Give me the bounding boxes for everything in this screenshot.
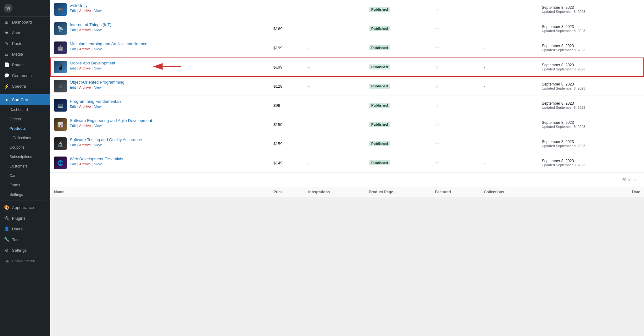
sidebar-item-customers[interactable]: Customers	[0, 162, 50, 171]
view-link[interactable]: View	[94, 124, 102, 128]
astra-icon: ★	[4, 30, 9, 36]
product-page-cell: Published	[365, 77, 431, 96]
sidebar-item-cart[interactable]: Cart	[0, 171, 50, 180]
archive-link[interactable]: Archive	[79, 9, 91, 13]
edit-link[interactable]: Edit	[70, 105, 76, 108]
star-icon[interactable]: ☆	[435, 160, 439, 166]
sidebar-item-subscriptions[interactable]: Subscriptions	[0, 152, 50, 162]
sidebar-item-collapse[interactable]: ◀ Collapse menu	[0, 256, 50, 266]
edit-link[interactable]: Edit	[70, 85, 76, 89]
product-cell: 🌐Web Development EssentialsEdit|Archive|…	[54, 157, 266, 169]
product-name-link[interactable]: Object-Oriented Programming	[70, 80, 124, 85]
view-link[interactable]: View	[94, 143, 102, 147]
edit-link[interactable]: Edit	[70, 47, 76, 51]
archive-link[interactable]: Archive	[79, 105, 91, 108]
sidebar-item-collections[interactable]: Collections	[0, 133, 50, 143]
product-name-link[interactable]: Software Engineering and Agile Developme…	[70, 118, 152, 123]
view-link[interactable]: View	[94, 162, 102, 166]
view-link[interactable]: View	[94, 9, 102, 13]
star-icon[interactable]: ☆	[435, 7, 439, 12]
product-name-link[interactable]: Mobile App Development	[70, 61, 115, 65]
product-page-cell: Published	[365, 38, 431, 58]
sidebar-item-products[interactable]: Products	[0, 124, 50, 133]
edit-link[interactable]: Edit	[70, 28, 76, 32]
plugins-icon: 🔌	[4, 215, 9, 221]
archive-link[interactable]: Archive	[79, 143, 91, 147]
table-row: ⚙Object-Oriented ProgrammingEdit|Archive…	[50, 77, 644, 96]
product-name-link[interactable]: Software Testing and Quality Assurance	[70, 137, 142, 142]
featured-cell[interactable]: ☆	[431, 77, 480, 96]
archive-link[interactable]: Archive	[79, 162, 91, 166]
archive-link[interactable]: Archive	[79, 124, 91, 128]
status-badge: Published	[369, 45, 391, 50]
status-badge: Published	[369, 122, 391, 127]
sidebar-item-coupons[interactable]: Coupons	[0, 143, 50, 152]
star-icon[interactable]: ☆	[435, 141, 439, 146]
edit-link[interactable]: Edit	[70, 162, 76, 166]
product-thumbnail: 📡	[54, 22, 67, 35]
posts-icon: ✎	[4, 41, 9, 46]
edit-link[interactable]: Edit	[70, 124, 76, 128]
sidebar-item-forms[interactable]: Forms	[0, 180, 50, 190]
featured-cell[interactable]: ☆	[431, 0, 480, 19]
surecart-icon: ●	[4, 97, 9, 102]
star-icon[interactable]: ☆	[435, 45, 439, 51]
archive-link[interactable]: Archive	[79, 66, 91, 70]
star-icon[interactable]: ☆	[435, 84, 439, 89]
sidebar-item-sc-dashboard[interactable]: Dashboard	[0, 105, 50, 114]
product-name-link[interactable]: Programming Fundamentals	[70, 99, 121, 104]
view-link[interactable]: View	[94, 85, 102, 89]
collections-cell: -	[480, 58, 538, 77]
star-icon[interactable]: ☆	[435, 26, 439, 31]
sidebar-item-settings-sc[interactable]: Settings	[0, 190, 50, 199]
product-name-link[interactable]: Machine Learning and Artificial Intellig…	[70, 41, 147, 46]
featured-cell[interactable]: ☆	[431, 115, 480, 134]
featured-cell[interactable]: ☆	[431, 19, 480, 38]
star-icon[interactable]: ☆	[435, 122, 439, 127]
integrations-cell: -	[304, 19, 365, 38]
price-cell: $159	[269, 115, 304, 134]
separator: |	[92, 66, 93, 70]
sidebar-item-comments[interactable]: 💬 Comments	[0, 70, 50, 81]
featured-cell[interactable]: ☆	[431, 96, 480, 115]
sidebar-item-spectra[interactable]: ⚡ Spectra	[0, 81, 50, 91]
sidebar-item-plugins[interactable]: 🔌 Plugins	[0, 213, 50, 223]
view-link[interactable]: View	[94, 66, 102, 70]
sidebar-item-dashboard[interactable]: ⊞ Dashboard	[0, 17, 50, 27]
product-name-link[interactable]: with Unity	[70, 3, 102, 8]
archive-link[interactable]: Archive	[79, 28, 91, 32]
sidebar-item-astra[interactable]: ★ Astra	[0, 27, 50, 38]
view-link[interactable]: View	[94, 28, 102, 32]
star-icon[interactable]: ☆	[435, 64, 439, 70]
product-name-link[interactable]: Internet of Things (IoT)	[70, 22, 111, 27]
featured-cell[interactable]: ☆	[431, 38, 480, 58]
edit-link[interactable]: Edit	[70, 66, 76, 70]
sidebar-item-settings-wp[interactable]: ⚙ Settings	[0, 245, 50, 256]
collections-cell: -	[480, 19, 538, 38]
price-cell: $99	[269, 96, 304, 115]
archive-link[interactable]: Archive	[79, 85, 91, 89]
view-link[interactable]: View	[94, 105, 102, 108]
edit-link[interactable]: Edit	[70, 143, 76, 147]
tools-icon: 🔧	[4, 237, 9, 242]
sidebar: W ⊞ Dashboard ★ Astra ✎ Posts ⊟ Media 📄 …	[0, 0, 50, 336]
archive-link[interactable]: Archive	[79, 47, 91, 51]
wp-logo: W	[0, 0, 50, 17]
product-thumbnail: ⚙	[54, 80, 67, 92]
sidebar-item-orders[interactable]: Orders	[0, 114, 50, 124]
price-cell: $199	[269, 58, 304, 77]
edit-link[interactable]: Edit	[70, 9, 76, 13]
sidebar-item-pages[interactable]: 📄 Pages	[0, 59, 50, 70]
sidebar-item-surecart[interactable]: ● SureCart	[0, 94, 50, 105]
view-link[interactable]: View	[94, 47, 102, 51]
featured-cell[interactable]: ☆	[431, 58, 480, 77]
sidebar-item-users[interactable]: 👤 Users	[0, 223, 50, 234]
sidebar-item-media[interactable]: ⊟ Media	[0, 49, 50, 59]
sidebar-item-appearance[interactable]: 🎨 Appearance	[0, 202, 50, 213]
product-name-link[interactable]: Web Development Essentials	[70, 157, 123, 161]
featured-cell[interactable]: ☆	[431, 153, 480, 173]
sidebar-item-posts[interactable]: ✎ Posts	[0, 38, 50, 49]
featured-cell[interactable]: ☆	[431, 134, 480, 153]
sidebar-item-tools[interactable]: 🔧 Tools	[0, 234, 50, 245]
star-icon[interactable]: ☆	[435, 103, 439, 108]
